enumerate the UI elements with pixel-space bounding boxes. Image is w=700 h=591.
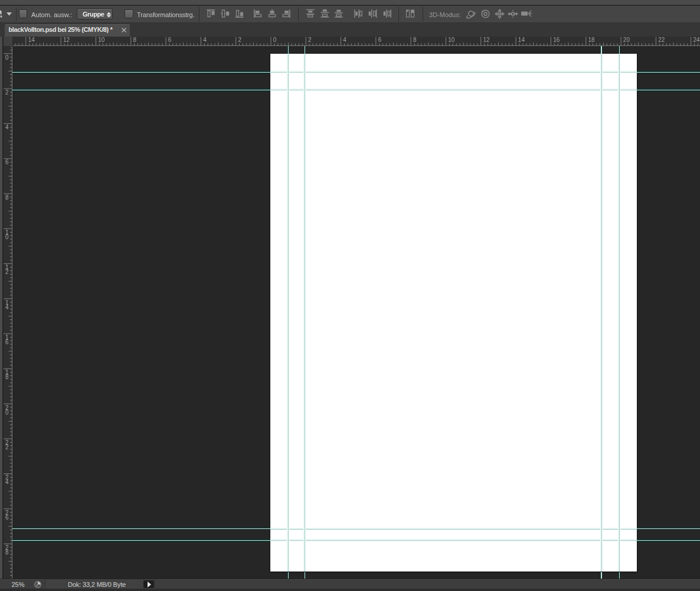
svg-text:6: 6 xyxy=(168,37,171,43)
svg-text:8: 8 xyxy=(5,374,9,380)
svg-text:10: 10 xyxy=(98,37,105,43)
svg-text:2: 2 xyxy=(308,37,312,43)
svg-text:14: 14 xyxy=(518,37,525,43)
svg-text:0: 0 xyxy=(5,234,9,240)
svg-text:12: 12 xyxy=(63,37,70,43)
svg-text:4: 4 xyxy=(203,37,207,43)
svg-text:6: 6 xyxy=(5,514,9,521)
svg-text:12: 12 xyxy=(483,37,490,43)
svg-text:0: 0 xyxy=(273,37,276,43)
svg-text:8: 8 xyxy=(413,37,416,43)
svg-text:10: 10 xyxy=(448,37,455,43)
svg-text:6: 6 xyxy=(5,339,9,345)
svg-text:2: 2 xyxy=(5,89,9,96)
svg-text:20: 20 xyxy=(623,37,630,43)
svg-text:8: 8 xyxy=(133,37,136,43)
svg-text:4: 4 xyxy=(343,37,346,43)
svg-text:2: 2 xyxy=(238,37,241,43)
svg-text:4: 4 xyxy=(5,124,9,130)
svg-text:8: 8 xyxy=(5,549,9,556)
svg-text:6: 6 xyxy=(5,159,9,165)
svg-text:2: 2 xyxy=(5,444,9,450)
svg-text:0: 0 xyxy=(5,409,9,416)
svg-text:2: 2 xyxy=(5,269,9,275)
svg-text:4: 4 xyxy=(5,479,9,485)
svg-text:24: 24 xyxy=(693,37,700,43)
svg-text:0: 0 xyxy=(5,54,9,61)
svg-text:14: 14 xyxy=(28,37,35,43)
svg-text:22: 22 xyxy=(658,37,665,43)
svg-text:8: 8 xyxy=(5,194,9,201)
svg-text:18: 18 xyxy=(588,37,595,43)
svg-text:4: 4 xyxy=(5,304,9,311)
svg-text:6: 6 xyxy=(378,37,381,43)
svg-text:16: 16 xyxy=(553,37,560,43)
